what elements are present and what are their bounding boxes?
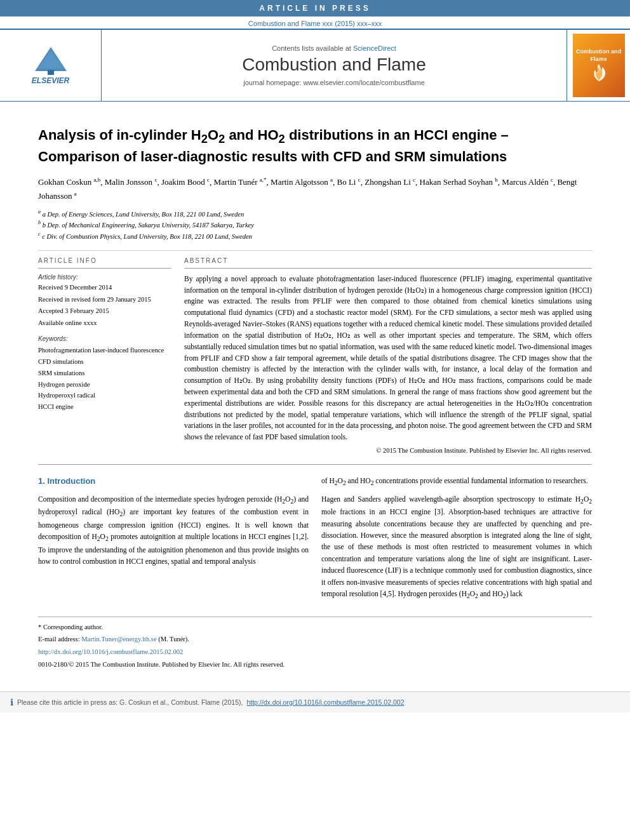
contents-label: Contents lists available at: [272, 44, 351, 52]
citation-doi-link[interactable]: http://dx.doi.org/10.1016/j.combustflame…: [246, 698, 404, 706]
received-date: Received 9 December 2014: [38, 283, 171, 293]
corresponding-author-note: * Corresponding author.: [38, 622, 592, 632]
intro-right-para-2: Hagen and Sanders applied wavelength-agi…: [321, 493, 592, 601]
article-title: Analysis of in-cylinder H2O2 and HO2 dis…: [38, 126, 592, 166]
abstract-divider: [184, 268, 592, 269]
elsevier-brand-text: ELSEVIER: [32, 76, 69, 85]
journal-title: Combustion and Flame: [242, 55, 426, 75]
intro-right-para-1: of H2O2 and HO2 concentrations provide e…: [321, 475, 592, 488]
introduction-section: 1. Introduction Composition and decompos…: [38, 475, 592, 606]
article-info-header: ARTICLE INFO: [38, 257, 171, 264]
journal-homepage: journal homepage: www.elsevier.com/locat…: [243, 79, 425, 86]
email-note: E-mail address: Martin.Tuner@energy.lth.…: [38, 634, 592, 644]
section-title: 1. Introduction: [38, 475, 309, 488]
email-link[interactable]: Martin.Tuner@energy.lth.se: [81, 636, 158, 643]
abstract-header: ABSTRACT: [184, 257, 592, 264]
elsevier-logo-section: ELSEVIER: [0, 30, 102, 101]
sciencedirect-link[interactable]: ScienceDirect: [353, 44, 396, 52]
history-label: Article history:: [38, 274, 171, 281]
journal-cover-image: Combustion and Flame: [573, 34, 625, 97]
revised-date: Received in revised form 29 January 2015: [38, 295, 171, 305]
accepted-date: Accepted 3 February 2015: [38, 306, 171, 317]
flame-icon: [590, 63, 608, 83]
abstract-text: By applying a novel approach to evaluate…: [184, 274, 592, 443]
authors-list: Gokhan Coskun a,b, Malin Jonsson c, Joak…: [38, 175, 592, 203]
main-content: Analysis of in-cylinder H2O2 and HO2 dis…: [0, 102, 630, 685]
elsevier-logo: ELSEVIER: [29, 46, 73, 85]
available-date: Available online xxxx: [38, 318, 171, 329]
keyword-5: Hydroperoxyl radical: [38, 390, 171, 401]
affiliation-a: a a Dep. of Energy Sciences, Lund Univer…: [38, 208, 592, 219]
journal-info-center: Contents lists available at ScienceDirec…: [102, 30, 566, 101]
journal-cover-title: Combustion and Flame: [576, 48, 622, 63]
keywords-label: Keywords:: [38, 335, 171, 342]
keyword-6: HCCI engine: [38, 401, 171, 413]
bottom-citation-bar: ℹ Please cite this article in press as: …: [0, 691, 630, 712]
banner-text: ARTICLE IN PRESS: [259, 4, 370, 13]
abstract-paragraph: By applying a novel approach to evaluate…: [184, 274, 592, 443]
keyword-1: Photofragmentation laser-induced fluores…: [38, 345, 171, 356]
abstract-column: ABSTRACT By applying a novel approach to…: [184, 257, 592, 454]
journal-cover-section: Combustion and Flame: [566, 30, 630, 101]
keyword-3: SRM simulations: [38, 368, 171, 379]
info-abstract-section: ARTICLE INFO Article history: Received 9…: [38, 257, 592, 454]
affiliation-b: b b Dep. of Mechanical Engineering, Saka…: [38, 219, 592, 230]
keyword-2: CFD simulations: [38, 356, 171, 368]
keyword-4: Hydrogen peroxide: [38, 379, 171, 390]
article-doi-display: Combustion and Flame xxx (2015) xxx–xxx: [248, 20, 382, 27]
footnote-section: * Corresponding author. E-mail address: …: [38, 617, 592, 670]
citation-label: Please cite this article in press as: G.…: [17, 698, 243, 706]
header-divider: [38, 250, 592, 251]
body-right-col: of H2O2 and HO2 concentrations provide e…: [321, 475, 592, 606]
body-divider: [38, 464, 592, 465]
issn-note: 0010-2180/© 2015 The Combustion Institut…: [38, 660, 592, 670]
doi-footnote-link[interactable]: http://dx.doi.org/10.1016/j.combustflame…: [38, 648, 183, 655]
doi-footnote: http://dx.doi.org/10.1016/j.combustflame…: [38, 647, 592, 657]
affiliation-c: c c Div. of Combustion Physics, Lund Uni…: [38, 230, 592, 241]
intro-left-paragraph: Composition and decomposition of the int…: [38, 493, 309, 568]
journal-header: ELSEVIER Contents lists available at Sci…: [0, 29, 630, 102]
elsevier-tree-icon: [29, 46, 73, 76]
article-doi-line: Combustion and Flame xxx (2015) xxx–xxx: [0, 17, 630, 29]
copyright-line: © 2015 The Combustion Institute. Publish…: [184, 447, 592, 454]
info-icon: ℹ: [10, 697, 13, 707]
article-info-column: ARTICLE INFO Article history: Received 9…: [38, 257, 171, 454]
article-in-press-banner: ARTICLE IN PRESS: [0, 0, 630, 17]
info-divider: [38, 268, 171, 269]
body-left-col: 1. Introduction Composition and decompos…: [38, 475, 309, 606]
svg-marker-2: [37, 51, 64, 69]
contents-line: Contents lists available at ScienceDirec…: [272, 44, 396, 52]
affiliations: a a Dep. of Energy Sciences, Lund Univer…: [38, 208, 592, 241]
